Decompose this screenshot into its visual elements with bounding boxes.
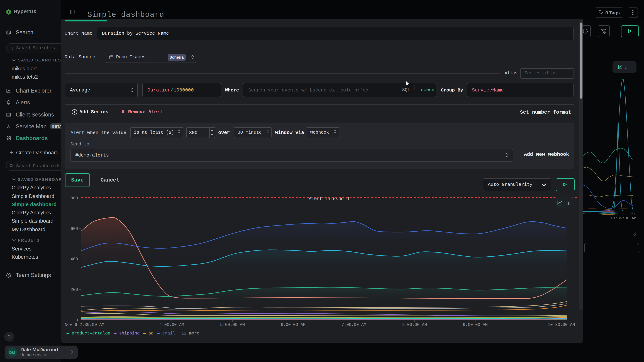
svg-text:Alert Threshold: Alert Threshold bbox=[309, 196, 349, 201]
svg-text:10:30:00 AM: 10:30:00 AM bbox=[548, 323, 575, 327]
svg-text:0: 0 bbox=[76, 318, 78, 323]
svg-text:4:00:00 AM: 4:00:00 AM bbox=[160, 323, 184, 327]
svg-text:9:00:00 AM: 9:00:00 AM bbox=[463, 323, 488, 327]
svg-text:6:00:00 AM: 6:00:00 AM bbox=[281, 323, 306, 327]
svg-text:5:00:00 AM: 5:00:00 AM bbox=[220, 323, 245, 327]
svg-text:8:00:00 AM: 8:00:00 AM bbox=[402, 323, 427, 327]
svg-text:200: 200 bbox=[71, 288, 78, 292]
svg-text:600: 600 bbox=[71, 227, 78, 231]
svg-text:7:00:00 AM: 7:00:00 AM bbox=[342, 323, 366, 327]
svg-text:Nov 6 2:30:00 AM: Nov 6 2:30:00 AM bbox=[65, 323, 104, 327]
svg-text:800: 800 bbox=[71, 196, 78, 201]
svg-text:400: 400 bbox=[71, 257, 78, 262]
